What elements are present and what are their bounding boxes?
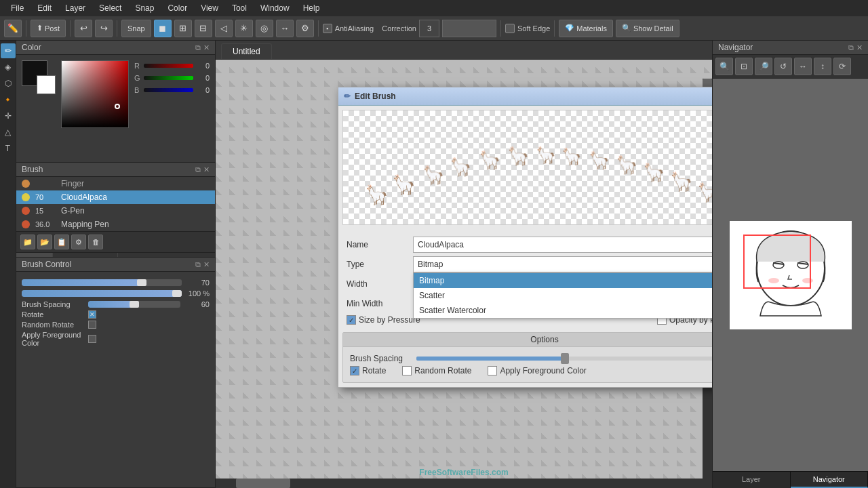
r-label: R [134, 62, 141, 70]
tool-text[interactable]: T [1, 141, 16, 156]
dropdown-scatter-watercolor[interactable]: Scatter Watercolor [414, 303, 712, 318]
scrollbar-thumb-h[interactable] [236, 479, 290, 488]
menu-edit[interactable]: Edit [32, 2, 57, 14]
tool-eyedropper[interactable]: 🔸 [1, 92, 16, 107]
snap-toggle-3[interactable]: ⊟ [195, 20, 212, 37]
name-input[interactable] [413, 237, 712, 253]
brush-panel-detach[interactable]: ⧉ [195, 165, 201, 174]
brush-color-dot [22, 220, 30, 228]
correction-dropdown[interactable] [442, 20, 496, 37]
nav-close[interactable]: ✕ [856, 43, 863, 52]
menu-select[interactable]: Select [94, 2, 127, 14]
brush-copy[interactable]: 📋 [54, 235, 69, 249]
brush-item-mappingpen[interactable]: 36.0 Mapping Pen [16, 218, 215, 231]
brush-delete[interactable]: 🗑 [88, 235, 103, 249]
nav-rotate[interactable]: ↺ [774, 58, 792, 75]
menu-file[interactable]: File [5, 2, 29, 14]
nav-zoom-in[interactable]: 🔎 [755, 58, 772, 75]
dropdown-bitmap[interactable]: Bitmap [414, 273, 712, 288]
opt-rotate-checkbox[interactable]: ✓ [350, 366, 359, 375]
dropdown-scatter[interactable]: Scatter [414, 288, 712, 303]
size-by-pressure-checkbox[interactable]: ✓ [347, 315, 356, 325]
menu-color[interactable]: Color [162, 2, 193, 14]
color-hue-square[interactable] [61, 60, 129, 128]
brush-tool-icon[interactable]: ✏️ [4, 20, 22, 37]
dialog-titlebar: ✏ Edit Brush ✕ [338, 87, 712, 106]
menu-window[interactable]: Window [255, 2, 295, 14]
nav-flip-v[interactable]: ↕ [814, 58, 831, 75]
random-rotate-checkbox[interactable] [88, 321, 96, 329]
brush-tabs: Brush Brush Preview [16, 252, 215, 258]
rotate-checkbox[interactable]: ✕ [88, 310, 96, 319]
brush-item-gpen[interactable]: 15 G-Pen [16, 204, 215, 218]
canvas-tab[interactable]: Untitled [221, 43, 272, 59]
snap-settings[interactable]: ⚙ [296, 20, 314, 37]
secondary-color-swatch[interactable] [37, 75, 56, 94]
opt-brush-spacing-slider[interactable] [416, 357, 712, 361]
min-width-slider[interactable] [22, 290, 182, 297]
materials-button[interactable]: 💎 Materials [559, 20, 613, 37]
apply-fg-color-checkbox[interactable] [88, 335, 96, 343]
canvas-container[interactable]: ✏ Edit Brush ✕ 🦙 🦙 🦙 [216, 60, 712, 488]
brush-item-finger[interactable]: Finger [16, 177, 215, 190]
tool-shape[interactable]: △ [1, 125, 16, 140]
menu-view[interactable]: View [195, 2, 224, 14]
bc-detach[interactable]: ⧉ [195, 260, 201, 269]
snap-button[interactable]: Snap [121, 20, 151, 37]
width-slider[interactable] [22, 279, 182, 286]
bc-close[interactable]: ✕ [203, 260, 210, 269]
nav-tab-layer[interactable]: Layer [713, 472, 791, 488]
brush-panel-close[interactable]: ✕ [203, 165, 210, 174]
soft-edge-check[interactable] [505, 24, 515, 33]
dialog-title: ✏ Edit Brush [344, 92, 396, 101]
redo-button[interactable]: ↪ [95, 20, 113, 37]
brush-spacing-slider[interactable] [88, 301, 180, 308]
nav-tab-navigator[interactable]: Navigator [791, 472, 869, 488]
snap-toggle-7[interactable]: ↔ [276, 20, 294, 37]
tool-bucket[interactable]: ⬡ [1, 76, 16, 91]
b-slider[interactable] [144, 88, 193, 92]
menu-layer[interactable]: Layer [60, 2, 91, 14]
snap-toggle-2[interactable]: ⊞ [174, 20, 192, 37]
type-select[interactable] [413, 256, 712, 272]
opt-apply-fg-checkbox[interactable] [488, 366, 497, 375]
tool-pen[interactable]: ✏ [1, 43, 16, 58]
tab-brush[interactable]: Brush [16, 253, 53, 258]
antialias-check[interactable]: ▪ [323, 24, 332, 33]
menu-tool[interactable]: Tool [226, 2, 252, 14]
snap-toggle-4[interactable]: ◁ [215, 20, 233, 37]
nav-reset[interactable]: ⟳ [833, 58, 851, 75]
brush-spacing-row: Brush Spacing 60 [22, 300, 210, 308]
g-slider[interactable] [144, 76, 193, 80]
brush-settings[interactable]: ⚙ [71, 235, 86, 249]
nav-zoom-out[interactable]: 🔍 [715, 58, 733, 75]
undo-button[interactable]: ↩ [75, 20, 92, 37]
nav-flip-h[interactable]: ↔ [794, 58, 812, 75]
menu-snap[interactable]: Snap [130, 2, 159, 14]
tool-transform[interactable]: ✛ [1, 108, 16, 123]
nav-fit[interactable]: ⊡ [735, 58, 753, 75]
tool-eraser[interactable]: ◈ [1, 60, 16, 75]
menu-help[interactable]: Help [298, 2, 326, 14]
post-button[interactable]: ⬆ Post [31, 20, 66, 37]
correction-input[interactable] [419, 20, 439, 37]
opt-slider-thumb[interactable] [561, 353, 569, 364]
show-detail-button[interactable]: 🔍 Show Detail [616, 20, 679, 37]
brush-color-dot [22, 207, 30, 215]
color-panel-close[interactable]: ✕ [203, 43, 210, 52]
tab-brush-preview[interactable]: Brush Preview [53, 253, 118, 258]
brush-add-folder[interactable]: 📁 [20, 235, 35, 249]
r-slider[interactable] [144, 64, 193, 68]
nav-viewport-box[interactable] [743, 235, 811, 289]
color-panel-detach[interactable]: ⧉ [195, 43, 201, 52]
type-label: Type [347, 260, 408, 269]
snap-toggle-1[interactable]: ◼ [154, 20, 172, 37]
opt-random-rotate-checkbox[interactable] [402, 366, 412, 375]
nav-detach[interactable]: ⧉ [848, 43, 854, 52]
g-value: 0 [196, 74, 210, 82]
brush-item-cloudalpaca[interactable]: 70 CloudAlpaca [16, 190, 215, 204]
horizontal-scrollbar[interactable] [216, 479, 703, 488]
brush-add-subfolder[interactable]: 📂 [37, 235, 52, 249]
snap-toggle-5[interactable]: ✳ [235, 20, 253, 37]
snap-toggle-6[interactable]: ◎ [256, 20, 273, 37]
